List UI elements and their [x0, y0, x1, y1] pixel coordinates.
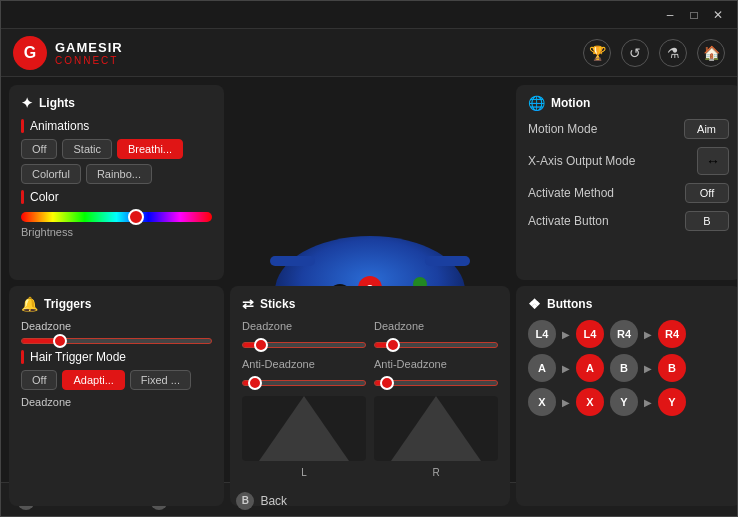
left-deadzone-thumb[interactable] [254, 338, 268, 352]
home-icon-button[interactable]: 🏠 [697, 39, 725, 67]
b-map-button[interactable]: B [658, 354, 686, 382]
triggers-title: 🔔 Triggers [21, 296, 212, 312]
right-deadzone-thumb[interactable] [386, 338, 400, 352]
b-key-icon: B [236, 492, 254, 510]
back-key-icon: B [236, 492, 254, 510]
right-deadzone-slider[interactable] [374, 342, 498, 348]
right-stick-col: Deadzone Anti-Deadzone [374, 320, 498, 478]
x-axis-value[interactable]: ↔ [697, 147, 729, 175]
ht-adaptive-button[interactable]: Adapti... [62, 370, 124, 390]
activate-button-value[interactable]: B [685, 211, 729, 231]
divider-bar2 [21, 190, 24, 204]
lr4-row: L4 ▶ L4 R4 ▶ R4 [528, 320, 729, 348]
x-map-button[interactable]: X [576, 388, 604, 416]
lights-icon: ✦ [21, 95, 33, 111]
svg-rect-4 [425, 256, 470, 266]
animations-label: Animations [30, 119, 89, 133]
color-label: Color [30, 190, 59, 204]
ht-divider-bar [21, 350, 24, 364]
minimize-button[interactable]: – [659, 4, 681, 26]
lights-title: ✦ Lights [21, 95, 212, 111]
l4-map-button[interactable]: L4 [576, 320, 604, 348]
right-deadzone-label: Deadzone [374, 320, 498, 332]
triggers-slider-track[interactable] [21, 338, 212, 344]
a-map-button[interactable]: A [576, 354, 604, 382]
logo-icon: G [13, 36, 47, 70]
color-divider: Color [21, 190, 212, 204]
trophy-icon-button[interactable]: 🏆 [583, 39, 611, 67]
color-bar-thumb[interactable] [128, 209, 144, 225]
arrow-icon-5: ▶ [562, 397, 570, 408]
left-antideadzone-slider[interactable] [242, 380, 366, 386]
motion-title: 🌐 Motion [528, 95, 729, 111]
anim-off-button[interactable]: Off [21, 139, 57, 159]
left-deadzone-label: Deadzone [242, 320, 366, 332]
triggers-slider-thumb[interactable] [53, 334, 67, 348]
anim-colorful-button[interactable]: Colorful [21, 164, 81, 184]
left-deadzone-track[interactable] [242, 342, 366, 348]
anim-breathing-button[interactable]: Breathi... [117, 139, 183, 159]
right-antideadzone-label: Anti-Deadzone [374, 358, 498, 370]
anim-static-button[interactable]: Static [62, 139, 112, 159]
right-antideadzone-slider[interactable] [374, 380, 498, 386]
ht-off-button[interactable]: Off [21, 370, 57, 390]
title-bar: – □ ✕ [1, 1, 737, 29]
sticks-icon: ⇄ [242, 296, 254, 312]
activate-method-label: Activate Method [528, 186, 614, 200]
r4-source-button[interactable]: R4 [610, 320, 638, 348]
y-source-button[interactable]: Y [610, 388, 638, 416]
sticks-grid: Deadzone Anti-Deadzone [242, 320, 498, 478]
x-axis-label: X-Axis Output Mode [528, 154, 635, 168]
left-antideadzone-label: Anti-Deadzone [242, 358, 366, 370]
motion-icon: 🌐 [528, 95, 545, 111]
logo-area: G GAMESIR CONNECT [13, 36, 123, 70]
ht-fixed-button[interactable]: Fixed ... [130, 370, 191, 390]
activate-button-row: Activate Button B [528, 211, 729, 231]
button-grid: L4 ▶ L4 R4 ▶ R4 A ▶ A B ▶ B X ▶ X Y [528, 320, 729, 416]
maximize-button[interactable]: □ [683, 4, 705, 26]
left-stick-graph [242, 396, 366, 461]
activate-method-value[interactable]: Off [685, 183, 729, 203]
right-antideadzone-thumb[interactable] [380, 376, 394, 390]
sticks-panel: ⇄ Sticks Deadzone Anti-Deadzone [230, 286, 510, 506]
buttons-icon: ❖ [528, 296, 541, 312]
arrow-icon-2: ▶ [644, 329, 652, 340]
a-source-button[interactable]: A [528, 354, 556, 382]
motion-mode-value[interactable]: Aim [684, 119, 729, 139]
header-icons: 🏆 ↺ ⚗ 🏠 [583, 39, 725, 67]
triggers-icon: 🔔 [21, 296, 38, 312]
motion-mode-label: Motion Mode [528, 122, 597, 136]
color-slider-wrap[interactable] [21, 212, 212, 222]
color-bar[interactable] [21, 212, 212, 222]
triggers-deadzone-label: Deadzone [21, 320, 212, 332]
left-stick-triangle [259, 396, 349, 461]
right-antideadzone-track[interactable] [374, 380, 498, 386]
triggers-slider[interactable] [21, 338, 212, 344]
ab-row: A ▶ A B ▶ B [528, 354, 729, 382]
buttons-panel: ❖ Buttons L4 ▶ L4 R4 ▶ R4 A ▶ A B ▶ B [516, 286, 738, 506]
b-source-button[interactable]: B [610, 354, 638, 382]
r4-map-button[interactable]: R4 [658, 320, 686, 348]
right-deadzone-track[interactable] [374, 342, 498, 348]
header: G GAMESIR CONNECT 🏆 ↺ ⚗ 🏠 [1, 29, 737, 77]
left-antideadzone-track[interactable] [242, 380, 366, 386]
anim-rainbow-button[interactable]: Rainbo... [86, 164, 152, 184]
right-stick-label: R [374, 467, 498, 478]
svg-rect-3 [270, 256, 315, 266]
animations-divider: Animations [21, 119, 212, 133]
left-antideadzone-thumb[interactable] [248, 376, 262, 390]
flask-icon-button[interactable]: ⚗ [659, 39, 687, 67]
left-deadzone-slider[interactable] [242, 342, 366, 348]
right-stick-graph [374, 396, 498, 461]
l4-source-button[interactable]: L4 [528, 320, 556, 348]
refresh-icon-button[interactable]: ↺ [621, 39, 649, 67]
hair-trigger-buttons: Off Adapti... Fixed ... [21, 370, 212, 390]
y-map-button[interactable]: Y [658, 388, 686, 416]
animation-buttons: Off Static Breathi... Colorful Rainbo... [21, 139, 212, 184]
brand-text: GAMESIR CONNECT [55, 40, 123, 66]
x-source-button[interactable]: X [528, 388, 556, 416]
close-button[interactable]: ✕ [707, 4, 729, 26]
arrow-icon-4: ▶ [644, 363, 652, 374]
right-stick-triangle [391, 396, 481, 461]
activate-method-row: Activate Method Off [528, 183, 729, 203]
